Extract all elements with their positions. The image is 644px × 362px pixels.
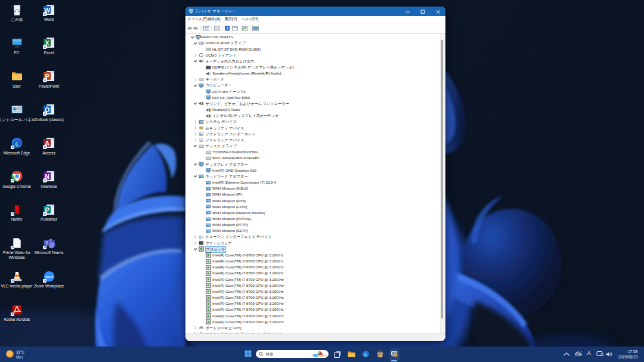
svg-text:?: ? — [226, 26, 228, 30]
svg-text:zoom: zoom — [45, 274, 53, 278]
svg-text:T: T — [45, 240, 48, 246]
